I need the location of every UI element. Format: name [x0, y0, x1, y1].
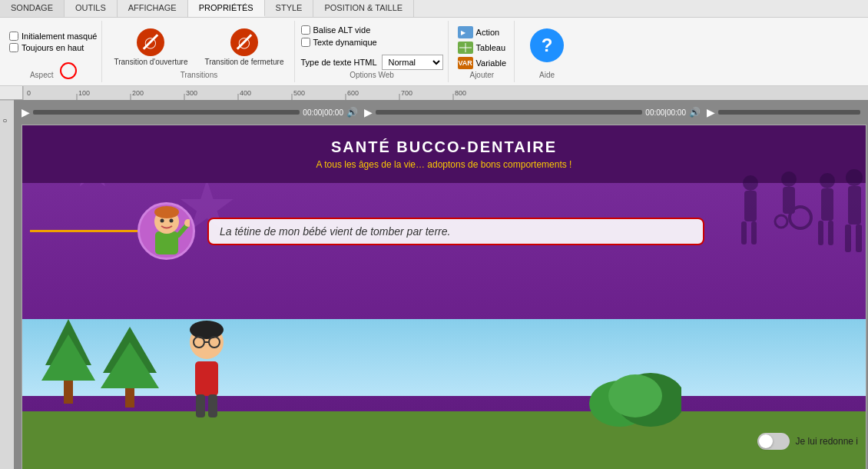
checkbox-toujours-en-haut[interactable]: Toujours en haut — [9, 43, 97, 52]
tab-affichage[interactable]: AFFICHAGE — [118, 0, 188, 17]
svg-point-66 — [608, 374, 662, 417]
play-btn-1[interactable]: ▶ — [22, 106, 30, 118]
svg-text:100: 100 — [78, 89, 90, 97]
audio-track-2[interactable] — [376, 110, 642, 115]
svg-rect-40 — [848, 186, 861, 225]
bottom-scene: Je lui redonne i — [22, 319, 866, 469]
svg-rect-30 — [751, 221, 757, 244]
tab-outils[interactable]: OUTILS — [65, 0, 118, 17]
audio-time-2: 00:00|00:00 — [645, 108, 686, 117]
toggle-switch[interactable] — [757, 433, 790, 450]
checkbox-initialement-masque[interactable]: Initialement masqué — [9, 32, 97, 41]
svg-text:700: 700 — [401, 89, 412, 97]
checkbox-toujours-en-haut-input[interactable] — [9, 43, 18, 52]
banner-subtitle: A tous les âges de la vie… adoptons de b… — [316, 159, 572, 170]
btn-action[interactable]: ▶ Action — [455, 25, 510, 39]
svg-rect-29 — [741, 221, 747, 244]
character-row: La tétine de mon bébé vient de tomber pa… — [22, 202, 712, 260]
svg-text:800: 800 — [455, 89, 466, 97]
ruler-corner — [0, 86, 23, 99]
btn-tableau[interactable]: Tableau — [455, 41, 510, 55]
transitions-label: Transitions — [181, 71, 218, 79]
vertical-ruler: 0 — [0, 100, 14, 469]
tab-proprietes[interactable]: PROPRIÉTÉS — [188, 0, 265, 17]
audio-time-1: 00:00|00:00 — [303, 108, 343, 117]
audio-track-1[interactable] — [33, 110, 300, 115]
transition-close-icon: ◯ — [230, 28, 258, 56]
btn-transition-fermeture[interactable]: ◯ Transition de fermeture — [199, 25, 289, 70]
tableau-icon — [458, 42, 473, 54]
transition-open-icon: ◯ — [137, 28, 164, 56]
svg-point-31 — [781, 171, 797, 187]
speech-bubble: La tétine de mon bébé vient de tomber pa… — [207, 218, 704, 245]
html-type-select[interactable]: Normal H1H2H3 — [382, 55, 443, 70]
variable-icon: VAR — [458, 57, 473, 69]
btn-transition-ouverture[interactable]: ◯ Transition d'ouverture — [108, 25, 193, 70]
person-figure — [176, 319, 237, 419]
svg-point-46 — [160, 218, 164, 222]
ribbon-tabs: SONDAGE OUTILS AFFICHAGE PROPRIÉTÉS STYL… — [0, 0, 868, 18]
variable-label: Variable — [476, 58, 507, 68]
svg-rect-55 — [125, 388, 134, 407]
audio-bar-2: ▶ 00:00|00:00 🔊 — [364, 106, 701, 118]
svg-rect-5 — [23, 86, 868, 100]
btn-transition-ouverture-label: Transition d'ouverture — [114, 58, 187, 66]
svg-point-39 — [846, 169, 863, 186]
aspect-expand-indicator[interactable] — [60, 62, 77, 79]
svg-point-33 — [790, 207, 811, 228]
group-aide: ? Aide — [516, 21, 578, 82]
svg-rect-52 — [64, 381, 73, 404]
slide: ★ ★ ★ SANTÉ BUCCO-DENTAIRE A tous les âg… — [22, 125, 866, 469]
svg-rect-63 — [208, 394, 217, 417]
svg-text:200: 200 — [132, 89, 144, 97]
character-circle — [137, 202, 195, 260]
tab-sondage[interactable]: SONDAGE — [0, 0, 65, 17]
checkbox-balise-alt[interactable]: Balise ALT vide — [301, 25, 443, 35]
speech-text: La tétine de mon bébé vient de tomber pa… — [220, 225, 450, 238]
play-btn-2[interactable]: ▶ — [364, 106, 373, 118]
audio-track-3[interactable] — [718, 110, 860, 115]
svg-text:0: 0 — [2, 118, 8, 122]
ajouter-label: Ajouter — [469, 71, 494, 79]
svg-text:500: 500 — [293, 89, 305, 97]
optionsweb-label: Options Web — [350, 71, 394, 79]
svg-rect-36 — [821, 188, 833, 221]
ajouter-items: ▶ Action Tableau VAR Variable — [455, 24, 510, 71]
svg-point-35 — [820, 173, 835, 188]
html-type-row: Type de texte HTML Normal H1H2H3 — [301, 55, 443, 70]
svg-rect-43 — [155, 231, 178, 254]
html-type-label: Type de texte HTML — [301, 58, 377, 67]
ribbon-content: Initialement masqué Toujours en haut Asp… — [0, 18, 868, 85]
btn-variable[interactable]: VAR Variable — [455, 56, 510, 70]
action-icon: ▶ — [458, 26, 473, 38]
svg-rect-24 — [0, 100, 14, 469]
action-label: Action — [476, 28, 500, 37]
svg-point-58 — [190, 321, 224, 339]
svg-point-45 — [154, 206, 179, 218]
btn-transition-fermeture-label: Transition de fermeture — [204, 58, 283, 66]
svg-text:0: 0 — [27, 89, 31, 97]
audio-vol-2[interactable]: 🔊 — [689, 107, 701, 118]
audio-vol-1[interactable]: 🔊 — [346, 107, 358, 118]
transitions-buttons: ◯ Transition d'ouverture ◯ Transition de… — [108, 24, 289, 71]
checkbox-texte-dynamique[interactable]: Texte dynamique — [301, 38, 443, 47]
horizontal-ruler: 0 100 200 300 400 500 600 700 800 — [23, 86, 868, 100]
audio-bars-row: ▶ 00:00|00:00 🔊 ▶ 00:00|00:00 🔊 ▶ — [22, 106, 860, 118]
help-button[interactable]: ? — [530, 28, 564, 62]
svg-point-47 — [169, 218, 173, 222]
ruler-area: 0 100 200 300 400 500 600 700 800 — [0, 86, 868, 100]
play-btn-3[interactable]: ▶ — [707, 106, 715, 118]
canvas-area: ▶ 00:00|00:00 🔊 ▶ 00:00|00:00 🔊 ▶ — [14, 100, 868, 469]
checkbox-texte-dynamique-input[interactable] — [301, 38, 310, 47]
checkbox-initialement-masque-input[interactable] — [9, 32, 18, 41]
toggle-label: Je lui redonne i — [796, 436, 858, 447]
svg-point-34 — [775, 215, 787, 228]
optionsweb-content: Balise ALT vide Texte dynamique Type de … — [301, 24, 443, 71]
svg-text:400: 400 — [240, 89, 251, 97]
checkbox-balise-alt-input[interactable] — [301, 25, 310, 35]
silhouettes-right — [727, 164, 866, 271]
svg-rect-38 — [828, 221, 833, 245]
tab-style[interactable]: STYLE — [265, 0, 314, 17]
toggle-knob — [759, 434, 773, 448]
tab-position-taille[interactable]: POSITION & TAILLE — [313, 0, 414, 17]
